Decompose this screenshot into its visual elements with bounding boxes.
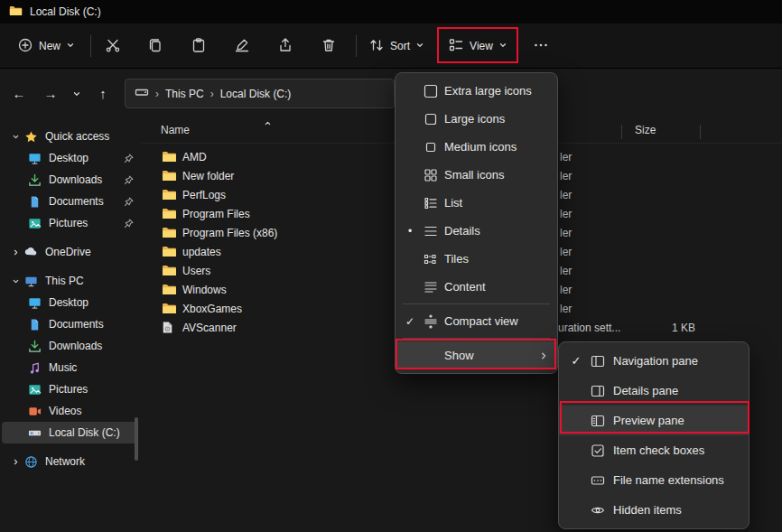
checkbox-icon <box>586 443 610 458</box>
sidebar-item-label: Documents <box>49 195 122 208</box>
folder-icon <box>162 284 182 295</box>
column-header-name[interactable]: Name <box>161 124 190 136</box>
chevron-right-icon <box>9 458 22 466</box>
sidebar-item-network[interactable]: Network <box>2 451 138 472</box>
folder-icon <box>162 246 182 257</box>
folder-icon <box>162 151 182 163</box>
forward-button[interactable]: → <box>37 79 64 107</box>
breadcrumb-local-disk[interactable]: Local Disk (C:) <box>220 88 292 100</box>
sidebar-item-downloads[interactable]: Downloads <box>2 335 138 357</box>
share-button[interactable] <box>269 32 302 61</box>
submenu-item-label: File name extensions <box>610 473 740 487</box>
folder-icon <box>162 170 182 182</box>
menu-item-label: Content <box>442 280 550 294</box>
view-button[interactable]: View <box>442 32 513 61</box>
breadcrumb-this-pc[interactable]: This PC <box>165 88 204 100</box>
sidebar-item-label: Pictures <box>49 217 122 229</box>
recent-locations-button[interactable] <box>66 79 88 107</box>
up-arrow-icon: ↑ <box>99 86 107 101</box>
back-arrow-icon: ← <box>13 86 26 101</box>
column-separator[interactable] <box>700 125 701 139</box>
file-name: XboxGames <box>182 303 242 315</box>
file-name: Program Files (x86) <box>182 227 277 239</box>
sidebar-item-downloads-pinned[interactable]: Downloads <box>2 169 138 191</box>
sidebar-item-pictures-pinned[interactable]: Pictures <box>2 212 138 234</box>
address-bar[interactable]: › This PC › Local Disk (C:) <box>125 79 395 108</box>
file-name: PerfLogs <box>182 189 226 201</box>
submenu-item-item-check-boxes[interactable]: Item check boxes <box>559 435 749 465</box>
navigation-pane: Quick access Desktop Downloads Documents… <box>0 126 140 532</box>
sidebar-item-label: OneDrive <box>45 246 135 258</box>
plus-circle-icon <box>17 37 33 56</box>
back-button[interactable]: ← <box>5 79 33 107</box>
sidebar-item-label: Videos <box>49 405 135 417</box>
sidebar-item-label: Quick access <box>45 130 135 143</box>
column-separator[interactable] <box>621 125 622 139</box>
menu-item-medium-icons[interactable]: Medium icons <box>396 133 557 161</box>
sidebar-item-this-pc[interactable]: This PC <box>2 270 138 292</box>
file-name: Windows <box>182 284 227 296</box>
column-header-size[interactable]: Size <box>635 124 656 136</box>
chevron-down-icon <box>9 277 22 285</box>
menu-item-show[interactable]: Show <box>396 341 557 369</box>
sidebar-item-local-disk-c[interactable]: Local Disk (C:) <box>2 422 138 443</box>
sidebar-scrollbar-thumb[interactable] <box>135 417 138 461</box>
compact-view-icon <box>419 314 442 329</box>
sidebar-item-onedrive[interactable]: OneDrive <box>2 241 138 263</box>
sidebar-item-desktop-pinned[interactable]: Desktop <box>2 147 138 169</box>
new-button[interactable]: New <box>13 32 79 61</box>
file-type-fragment: ler <box>560 265 572 277</box>
desktop-icon <box>25 152 43 165</box>
menu-item-details[interactable]: • Details <box>396 217 557 245</box>
chevron-down-icon <box>72 86 81 101</box>
paste-button[interactable] <box>182 32 215 61</box>
menu-item-list[interactable]: List <box>396 189 557 217</box>
small-icons-icon <box>419 168 442 182</box>
download-icon <box>25 173 43 187</box>
file-type-fragment: ler <box>560 170 572 182</box>
submenu-item-file-name-extensions[interactable]: File name extensions <box>559 465 749 495</box>
sidebar-item-quick-access[interactable]: Quick access <box>2 126 138 147</box>
up-button[interactable]: ↑ <box>89 79 116 107</box>
submenu-item-hidden-items[interactable]: Hidden items <box>559 495 749 525</box>
delete-button[interactable] <box>312 32 345 61</box>
sidebar-item-pictures[interactable]: Pictures <box>2 378 138 400</box>
folder-icon <box>162 208 182 219</box>
file-name: Program Files <box>182 208 250 220</box>
details-pane-icon <box>586 384 610 398</box>
sort-button[interactable]: Sort <box>367 32 426 61</box>
chevron-down-icon <box>9 133 22 141</box>
details-view-icon <box>419 224 442 238</box>
rename-button[interactable] <box>226 32 258 61</box>
file-extension-icon <box>586 473 610 488</box>
submenu-item-navigation-pane[interactable]: ✓ Navigation pane <box>559 346 749 376</box>
sidebar-item-label: Music <box>49 361 135 374</box>
chevron-right-icon <box>537 351 550 360</box>
scissors-icon <box>105 37 121 56</box>
menu-item-tiles[interactable]: Tiles <box>396 245 557 273</box>
forward-arrow-icon: → <box>44 86 58 101</box>
sidebar-item-desktop[interactable]: Desktop <box>2 292 138 313</box>
menu-item-compact-view[interactable]: ✓ Compact view <box>396 307 557 335</box>
toolbar-separator <box>90 35 91 57</box>
share-icon <box>277 37 293 56</box>
sidebar-item-music[interactable]: Music <box>2 357 138 378</box>
preview-pane-icon <box>586 414 610 428</box>
menu-item-large-icons[interactable]: Large icons <box>396 105 557 133</box>
menu-item-small-icons[interactable]: Small icons <box>396 161 557 189</box>
sidebar-item-videos[interactable]: Videos <box>2 400 138 422</box>
copy-button[interactable] <box>139 32 172 61</box>
file-type-fragment: ler <box>560 303 572 315</box>
sidebar-item-documents[interactable]: Documents <box>2 313 138 335</box>
menu-item-content[interactable]: Content <box>396 273 557 301</box>
menu-item-extra-large-icons[interactable]: Extra large icons <box>396 77 557 105</box>
chevron-right-icon <box>9 248 22 257</box>
picture-icon <box>25 217 43 230</box>
sidebar-item-documents-pinned[interactable]: Documents <box>2 191 138 212</box>
submenu-item-preview-pane[interactable]: Preview pane <box>559 406 749 435</box>
file-name: updates <box>182 246 221 258</box>
cut-button[interactable] <box>97 32 129 61</box>
more-options-button[interactable] <box>526 32 556 61</box>
file-explorer-window: Local Disk (C:) New Sort <box>0 0 782 532</box>
submenu-item-details-pane[interactable]: Details pane <box>559 376 749 406</box>
